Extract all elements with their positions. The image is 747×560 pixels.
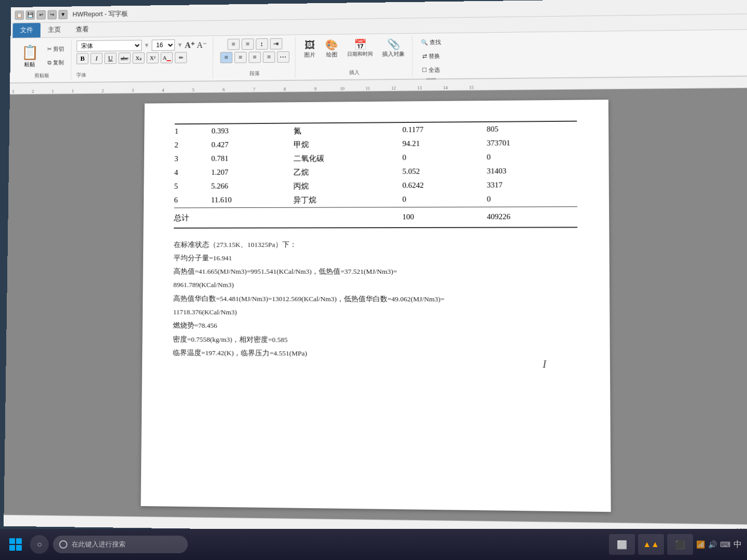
row4-val1: 1.207 xyxy=(211,166,293,180)
tab-home[interactable]: 主页 xyxy=(40,23,68,38)
text-line9: 临界温度=197.42(K)，临界压力=4.551(MPa) xyxy=(173,347,578,361)
screen: 📋 💾 ↩ ↪ ▼ HWReport - 写字板 文件 主页 查看 xyxy=(0,0,747,529)
logo-pane-1 xyxy=(9,538,15,544)
edit-group: 🔍 查找 ⇄ 替换 ☐ 全选 编辑 xyxy=(413,35,448,77)
replace-button[interactable]: ⇄ 替换 xyxy=(418,50,444,62)
bold-button[interactable]: B xyxy=(76,53,88,64)
text-line6: 11718.376(KCal/Nm3) xyxy=(173,306,578,319)
insert-label: 插入 xyxy=(349,69,359,76)
para-more-button[interactable]: ⋯ xyxy=(277,51,289,63)
store-button[interactable]: ⬛ xyxy=(667,534,693,555)
document-page[interactable]: 1 0.393 氮 0.1177 805 2 0.427 甲烷 94.21 xyxy=(141,100,611,512)
row1-val2: 0.1177 xyxy=(403,123,487,137)
find-button[interactable]: 🔍 查找 xyxy=(418,36,444,48)
row3-val1: 0.781 xyxy=(211,152,293,166)
desktop: 📋 💾 ↩ ↪ ▼ HWReport - 写字板 文件 主页 查看 xyxy=(0,0,747,529)
search-bar[interactable]: 在此键入进行搜索 xyxy=(53,536,188,553)
logo-pane-3 xyxy=(9,545,15,551)
font-controls: 宋体 ▼ 16 ▼ A⁺ A⁻ B I xyxy=(76,39,206,71)
paragraph-buttons: ≡ ≡ ↕ ⇥ ≡ ≡ ≡ ≡ ⋯ xyxy=(220,38,289,69)
list-bullet-button[interactable]: ≡ xyxy=(227,39,240,50)
activity-button[interactable]: ▲▲ xyxy=(638,534,664,555)
subscript-button[interactable]: X₂ xyxy=(132,52,144,64)
tab-file[interactable]: 文件 xyxy=(12,23,40,38)
save-icon[interactable]: 💾 xyxy=(26,10,35,20)
row2-name: 甲烷 xyxy=(293,137,402,152)
align-right-button[interactable]: ≡ xyxy=(248,52,261,63)
insert-group: 🖼 图片 🎨 绘图 📅 日期和时间 📎 xyxy=(296,36,412,78)
text-line1: 在标准状态（273.15K、101325Pa）下： xyxy=(174,238,578,251)
text-line4: 8961.789(KCal/Nm3) xyxy=(173,279,578,292)
input-method-indicator[interactable]: 中 xyxy=(734,539,742,550)
align-justify-button[interactable]: ≡ xyxy=(262,51,275,63)
total-empty xyxy=(293,208,403,227)
para-row2: ≡ ≡ ≡ ≡ ⋯ xyxy=(220,51,289,63)
datetime-button[interactable]: 📅 日期和时间 xyxy=(344,37,376,60)
row6-name: 异丁烷 xyxy=(293,193,403,207)
font-label: 字体 xyxy=(76,72,86,79)
dropdown-icon[interactable]: ▼ xyxy=(59,10,67,19)
superscript-button[interactable]: X² xyxy=(147,52,159,64)
copy-button[interactable]: ⧉ 复制 xyxy=(44,57,67,68)
row1-val1: 0.393 xyxy=(212,124,294,139)
highlight-button[interactable]: ✏ xyxy=(175,52,187,63)
line-spacing-button[interactable]: ↕ xyxy=(256,38,268,50)
font-group: 宋体 ▼ 16 ▼ A⁺ A⁻ B I xyxy=(72,38,213,80)
select-all-button[interactable]: ☐ 全选 xyxy=(418,64,444,76)
row3-num: 3 xyxy=(174,152,211,166)
paste-button[interactable]: 📋 粘贴 xyxy=(17,44,42,68)
font-size-select[interactable]: 16 xyxy=(151,39,175,51)
speaker-icon: 🔊 xyxy=(708,540,717,549)
row2-num: 2 xyxy=(174,138,211,152)
text-line7: 燃烧势=78.456 xyxy=(173,319,578,333)
row4-val2: 5.052 xyxy=(403,165,487,179)
table-row: 4 1.207 乙烷 5.052 31403 xyxy=(174,164,577,180)
taskview-button[interactable]: ⬜ xyxy=(609,534,635,555)
clipboard-label: 剪贴板 xyxy=(34,72,49,79)
row5-val1: 5.266 xyxy=(211,179,293,193)
para-row1: ≡ ≡ ↕ ⇥ xyxy=(227,38,282,50)
row3-name: 二氧化碳 xyxy=(293,151,402,166)
drawing-button[interactable]: 🎨 绘图 xyxy=(322,37,341,61)
start-button[interactable] xyxy=(5,534,26,555)
document-area[interactable]: 1 0.393 氮 0.1177 805 2 0.427 甲烷 94.21 xyxy=(4,88,747,525)
search-placeholder: 在此键入进行搜索 xyxy=(72,540,126,549)
picture-button[interactable]: 🖼 图片 xyxy=(300,38,319,61)
indent-button[interactable]: ⇥ xyxy=(270,38,282,50)
taskview-icon: ⬜ xyxy=(617,540,627,550)
shrink-font-button[interactable]: A⁻ xyxy=(197,40,206,50)
redo-icon[interactable]: ↪ xyxy=(48,10,57,19)
undo-icon[interactable]: ↩ xyxy=(37,10,46,19)
row1-num: 1 xyxy=(175,125,212,139)
table-row: 3 0.781 二氧化碳 0 0 xyxy=(174,150,577,166)
tab-view[interactable]: 查看 xyxy=(68,22,96,37)
underline-button[interactable]: U xyxy=(104,53,116,64)
taskbar: ○ 在此键入进行搜索 ⬜ ▲▲ ⬛ 📶 🔊 ⌨ 中 xyxy=(0,529,747,560)
wifi-icon: 📶 xyxy=(696,540,705,549)
row5-name: 丙烷 xyxy=(293,179,403,193)
grow-font-button[interactable]: A⁺ xyxy=(185,40,195,50)
font-color-button[interactable]: A▁ xyxy=(161,52,173,63)
align-center-button[interactable]: ≡ xyxy=(234,52,246,63)
font-family-select[interactable]: 宋体 xyxy=(77,40,142,52)
strikethrough-button[interactable]: abc xyxy=(118,52,130,64)
cortana-button[interactable]: ○ xyxy=(30,535,49,554)
row6-val2: 0 xyxy=(403,193,487,207)
logo-pane-4 xyxy=(16,545,22,551)
row6-val1: 11.610 xyxy=(211,193,293,208)
taskbar-sys-tray: ⬜ ▲▲ ⬛ 📶 🔊 ⌨ 中 xyxy=(609,534,742,555)
doc-content[interactable]: 在标准状态（273.15K、101325Pa）下： 平均分子量=16.941 高… xyxy=(173,238,578,361)
list-number-button[interactable]: ≡ xyxy=(241,38,254,50)
row3-val2: 0 xyxy=(403,151,487,165)
total-row: 总计 100 409226 xyxy=(174,208,577,227)
logo-pane-2 xyxy=(16,538,22,544)
align-left-button[interactable]: ≡ xyxy=(220,52,232,63)
cut-button[interactable]: ✂ 剪切 xyxy=(44,43,67,55)
italic-button[interactable]: I xyxy=(90,53,102,64)
total-val2: 100 xyxy=(403,208,487,226)
insert-obj-button[interactable]: 📎 插入对象 xyxy=(379,37,408,60)
row1-val3: 805 xyxy=(487,122,577,137)
text-line3: 高热值=41.665(MJ/Nm3)=9951.541(KCal/Nm3)，低热… xyxy=(173,265,577,278)
title-bar-icons: 📋 💾 ↩ ↪ ▼ xyxy=(15,10,68,20)
store-icon: ⬛ xyxy=(675,540,685,550)
